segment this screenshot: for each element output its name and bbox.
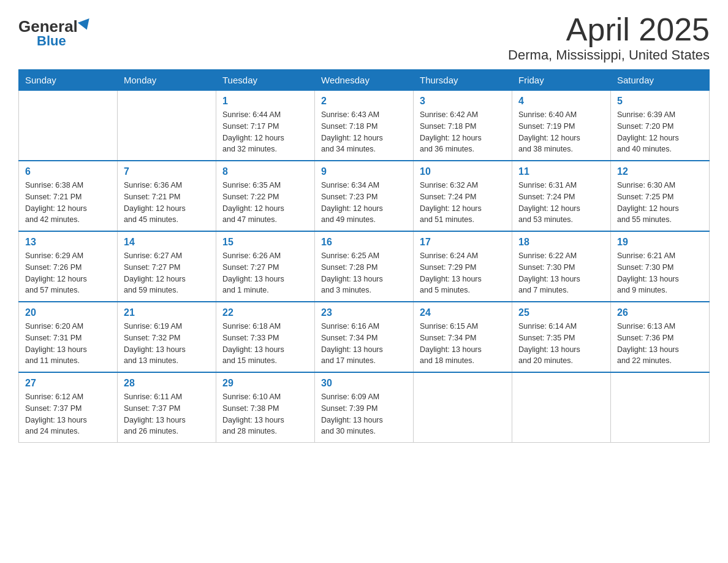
day-number: 30 bbox=[321, 378, 407, 389]
day-number: 8 bbox=[222, 166, 308, 177]
day-number: 27 bbox=[25, 378, 111, 389]
calendar-cell-w2-d3: 16Sunrise: 6:25 AM Sunset: 7:28 PM Dayli… bbox=[315, 231, 414, 302]
day-info: Sunrise: 6:38 AM Sunset: 7:21 PM Dayligh… bbox=[25, 180, 111, 226]
day-number: 4 bbox=[518, 96, 604, 107]
day-info: Sunrise: 6:19 AM Sunset: 7:32 PM Dayligh… bbox=[124, 321, 210, 367]
day-number: 2 bbox=[321, 96, 407, 107]
calendar-week-3: 20Sunrise: 6:20 AM Sunset: 7:31 PM Dayli… bbox=[19, 302, 710, 372]
calendar-cell-w3-d6: 26Sunrise: 6:13 AM Sunset: 7:36 PM Dayli… bbox=[611, 302, 710, 372]
calendar-cell-w4-d1: 28Sunrise: 6:11 AM Sunset: 7:37 PM Dayli… bbox=[118, 372, 216, 443]
day-number: 9 bbox=[321, 166, 407, 177]
day-number: 13 bbox=[25, 237, 111, 248]
day-number: 19 bbox=[617, 237, 703, 248]
day-number: 7 bbox=[124, 166, 210, 177]
day-info: Sunrise: 6:10 AM Sunset: 7:38 PM Dayligh… bbox=[222, 391, 308, 437]
calendar-table: Sunday Monday Tuesday Wednesday Thursday… bbox=[18, 69, 710, 443]
day-info: Sunrise: 6:16 AM Sunset: 7:34 PM Dayligh… bbox=[321, 321, 407, 367]
day-info: Sunrise: 6:13 AM Sunset: 7:36 PM Dayligh… bbox=[617, 321, 703, 367]
page-header: General Blue April 2025 Derma, Mississip… bbox=[18, 12, 710, 63]
calendar-cell-w2-d6: 19Sunrise: 6:21 AM Sunset: 7:30 PM Dayli… bbox=[611, 231, 710, 302]
calendar-cell-w4-d0: 27Sunrise: 6:12 AM Sunset: 7:37 PM Dayli… bbox=[19, 372, 118, 443]
calendar-cell-w0-d4: 3Sunrise: 6:42 AM Sunset: 7:18 PM Daylig… bbox=[414, 91, 512, 161]
day-info: Sunrise: 6:09 AM Sunset: 7:39 PM Dayligh… bbox=[321, 391, 407, 437]
day-info: Sunrise: 6:35 AM Sunset: 7:22 PM Dayligh… bbox=[222, 180, 308, 226]
calendar-title: April 2025 bbox=[508, 12, 710, 47]
day-info: Sunrise: 6:36 AM Sunset: 7:21 PM Dayligh… bbox=[124, 180, 210, 226]
day-number: 6 bbox=[25, 166, 111, 177]
calendar-cell-w1-d0: 6Sunrise: 6:38 AM Sunset: 7:21 PM Daylig… bbox=[19, 161, 118, 231]
calendar-cell-w0-d5: 4Sunrise: 6:40 AM Sunset: 7:19 PM Daylig… bbox=[512, 91, 611, 161]
calendar-cell-w1-d5: 11Sunrise: 6:31 AM Sunset: 7:24 PM Dayli… bbox=[512, 161, 611, 231]
day-info: Sunrise: 6:26 AM Sunset: 7:27 PM Dayligh… bbox=[222, 250, 308, 296]
day-info: Sunrise: 6:39 AM Sunset: 7:20 PM Dayligh… bbox=[617, 109, 703, 155]
calendar-cell-w1-d4: 10Sunrise: 6:32 AM Sunset: 7:24 PM Dayli… bbox=[414, 161, 512, 231]
day-number: 14 bbox=[124, 237, 210, 248]
header-monday: Monday bbox=[118, 70, 216, 91]
header-saturday: Saturday bbox=[611, 70, 710, 91]
day-info: Sunrise: 6:43 AM Sunset: 7:18 PM Dayligh… bbox=[321, 109, 407, 155]
day-info: Sunrise: 6:25 AM Sunset: 7:28 PM Dayligh… bbox=[321, 250, 407, 296]
calendar-cell-w2-d4: 17Sunrise: 6:24 AM Sunset: 7:29 PM Dayli… bbox=[414, 231, 512, 302]
day-info: Sunrise: 6:14 AM Sunset: 7:35 PM Dayligh… bbox=[518, 321, 604, 367]
day-info: Sunrise: 6:34 AM Sunset: 7:23 PM Dayligh… bbox=[321, 180, 407, 226]
day-number: 18 bbox=[518, 237, 604, 248]
calendar-cell-w2-d1: 14Sunrise: 6:27 AM Sunset: 7:27 PM Dayli… bbox=[118, 231, 216, 302]
calendar-cell-w3-d4: 24Sunrise: 6:15 AM Sunset: 7:34 PM Dayli… bbox=[414, 302, 512, 372]
header-tuesday: Tuesday bbox=[216, 70, 315, 91]
calendar-cell-w4-d4 bbox=[414, 372, 512, 443]
day-number: 21 bbox=[124, 307, 210, 318]
header-row: Sunday Monday Tuesday Wednesday Thursday… bbox=[19, 70, 710, 91]
day-number: 1 bbox=[222, 96, 308, 107]
day-info: Sunrise: 6:44 AM Sunset: 7:17 PM Dayligh… bbox=[222, 109, 308, 155]
header-wednesday: Wednesday bbox=[315, 70, 414, 91]
logo: General Blue bbox=[18, 18, 91, 48]
day-number: 5 bbox=[617, 96, 703, 107]
day-number: 29 bbox=[222, 378, 308, 389]
calendar-subtitle: Derma, Mississippi, United States bbox=[508, 47, 710, 63]
day-info: Sunrise: 6:20 AM Sunset: 7:31 PM Dayligh… bbox=[25, 321, 111, 367]
logo-general: General bbox=[18, 18, 78, 34]
day-number: 3 bbox=[420, 96, 506, 107]
day-number: 28 bbox=[124, 378, 210, 389]
calendar-cell-w4-d3: 30Sunrise: 6:09 AM Sunset: 7:39 PM Dayli… bbox=[315, 372, 414, 443]
calendar-cell-w0-d1 bbox=[118, 91, 216, 161]
logo-triangle-icon bbox=[78, 18, 93, 32]
calendar-week-4: 27Sunrise: 6:12 AM Sunset: 7:37 PM Dayli… bbox=[19, 372, 710, 443]
calendar-cell-w2-d5: 18Sunrise: 6:22 AM Sunset: 7:30 PM Dayli… bbox=[512, 231, 611, 302]
calendar-cell-w0-d0 bbox=[19, 91, 118, 161]
day-info: Sunrise: 6:40 AM Sunset: 7:19 PM Dayligh… bbox=[518, 109, 604, 155]
calendar-body: 1Sunrise: 6:44 AM Sunset: 7:17 PM Daylig… bbox=[19, 91, 710, 443]
day-number: 15 bbox=[222, 237, 308, 248]
calendar-week-0: 1Sunrise: 6:44 AM Sunset: 7:17 PM Daylig… bbox=[19, 91, 710, 161]
calendar-cell-w1-d6: 12Sunrise: 6:30 AM Sunset: 7:25 PM Dayli… bbox=[611, 161, 710, 231]
calendar-cell-w0-d3: 2Sunrise: 6:43 AM Sunset: 7:18 PM Daylig… bbox=[315, 91, 414, 161]
calendar-cell-w0-d6: 5Sunrise: 6:39 AM Sunset: 7:20 PM Daylig… bbox=[611, 91, 710, 161]
day-number: 12 bbox=[617, 166, 703, 177]
day-number: 24 bbox=[420, 307, 506, 318]
day-info: Sunrise: 6:24 AM Sunset: 7:29 PM Dayligh… bbox=[420, 250, 506, 296]
day-info: Sunrise: 6:22 AM Sunset: 7:30 PM Dayligh… bbox=[518, 250, 604, 296]
calendar-cell-w3-d3: 23Sunrise: 6:16 AM Sunset: 7:34 PM Dayli… bbox=[315, 302, 414, 372]
day-number: 10 bbox=[420, 166, 506, 177]
day-info: Sunrise: 6:32 AM Sunset: 7:24 PM Dayligh… bbox=[420, 180, 506, 226]
calendar-header: Sunday Monday Tuesday Wednesday Thursday… bbox=[19, 70, 710, 91]
calendar-cell-w1-d1: 7Sunrise: 6:36 AM Sunset: 7:21 PM Daylig… bbox=[118, 161, 216, 231]
calendar-week-2: 13Sunrise: 6:29 AM Sunset: 7:26 PM Dayli… bbox=[19, 231, 710, 302]
day-number: 23 bbox=[321, 307, 407, 318]
day-number: 16 bbox=[321, 237, 407, 248]
calendar-cell-w2-d2: 15Sunrise: 6:26 AM Sunset: 7:27 PM Dayli… bbox=[216, 231, 315, 302]
day-info: Sunrise: 6:27 AM Sunset: 7:27 PM Dayligh… bbox=[124, 250, 210, 296]
day-info: Sunrise: 6:18 AM Sunset: 7:33 PM Dayligh… bbox=[222, 321, 308, 367]
calendar-cell-w0-d2: 1Sunrise: 6:44 AM Sunset: 7:17 PM Daylig… bbox=[216, 91, 315, 161]
day-info: Sunrise: 6:21 AM Sunset: 7:30 PM Dayligh… bbox=[617, 250, 703, 296]
calendar-cell-w1-d2: 8Sunrise: 6:35 AM Sunset: 7:22 PM Daylig… bbox=[216, 161, 315, 231]
calendar-cell-w4-d5 bbox=[512, 372, 611, 443]
calendar-cell-w3-d5: 25Sunrise: 6:14 AM Sunset: 7:35 PM Dayli… bbox=[512, 302, 611, 372]
calendar-cell-w3-d0: 20Sunrise: 6:20 AM Sunset: 7:31 PM Dayli… bbox=[19, 302, 118, 372]
calendar-week-1: 6Sunrise: 6:38 AM Sunset: 7:21 PM Daylig… bbox=[19, 161, 710, 231]
day-info: Sunrise: 6:11 AM Sunset: 7:37 PM Dayligh… bbox=[124, 391, 210, 437]
day-number: 20 bbox=[25, 307, 111, 318]
calendar-cell-w3-d2: 22Sunrise: 6:18 AM Sunset: 7:33 PM Dayli… bbox=[216, 302, 315, 372]
header-thursday: Thursday bbox=[414, 70, 512, 91]
day-info: Sunrise: 6:31 AM Sunset: 7:24 PM Dayligh… bbox=[518, 180, 604, 226]
